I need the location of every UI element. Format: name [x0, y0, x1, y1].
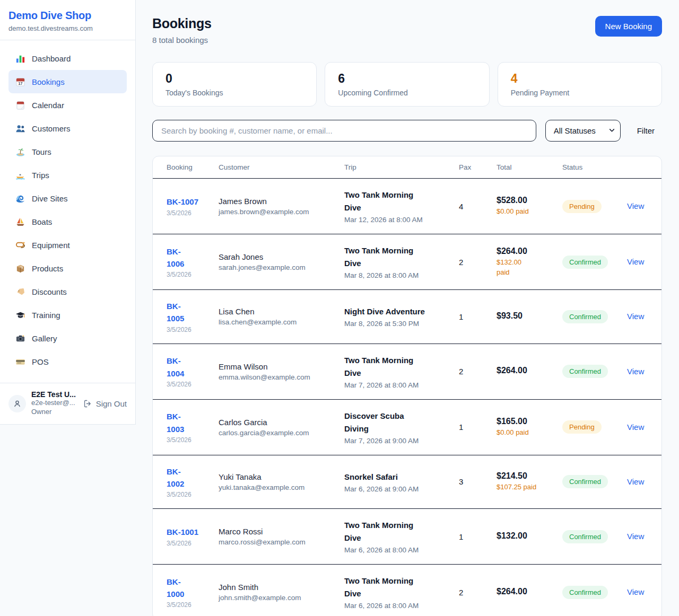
table-row: BK- 10053/5/2026 Lisa Chenlisa.chen@exam…: [153, 290, 661, 344]
sidebar-item-bookings[interactable]: 17 Bookings: [8, 70, 127, 93]
sidebar-item-label: Gallery: [32, 334, 57, 343]
total-amount: $93.50: [497, 311, 550, 321]
sidebar-item-boats[interactable]: Boats: [8, 210, 127, 233]
sidebar-item-label: Boats: [32, 217, 52, 226]
total-amount: $214.50: [497, 471, 550, 481]
sidebar-item-label: POS: [32, 357, 49, 366]
booking-id-link[interactable]: BK- 1002: [167, 465, 184, 490]
view-link[interactable]: View: [627, 587, 644, 596]
sidebar-item-calendar[interactable]: Calendar: [8, 93, 127, 117]
stat-card-pending-payment: 4 Pending Payment: [498, 62, 662, 107]
stat-card-upcoming-confirmed: 6 Upcoming Confirmed: [325, 62, 489, 107]
booking-date: 3/5/2026: [167, 491, 206, 498]
booking-date: 3/5/2026: [167, 381, 206, 388]
sidebar-item-tours[interactable]: Tours: [8, 140, 127, 163]
sidebar-item-dive-sites[interactable]: Dive Sites: [8, 187, 127, 210]
table-row: BK-10073/5/2026 James Brownjames.brown@e…: [153, 179, 661, 234]
table-row: BK- 10003/5/2026 John Smithjohn.smith@ex…: [153, 565, 661, 616]
customer-email: yuki.tanaka@example.com: [219, 483, 332, 491]
sign-out-button[interactable]: Sign Out: [83, 399, 127, 408]
new-booking-button[interactable]: New Booking: [595, 16, 662, 37]
view-link[interactable]: View: [627, 312, 644, 321]
sidebar-item-dashboard[interactable]: Dashboard: [8, 47, 127, 70]
sidebar-item-label: Dashboard: [32, 54, 71, 63]
trip-date: Mar 8, 2026 at 8:00 AM: [344, 271, 446, 279]
avatar: [8, 395, 26, 412]
booking-date: 3/5/2026: [167, 601, 206, 609]
sidebar-item-label: Trips: [32, 171, 49, 180]
stat-label: Today's Bookings: [166, 89, 303, 97]
stat-value: 6: [338, 72, 476, 86]
sidebar-item-pos[interactable]: POS: [8, 350, 127, 373]
sidebar-item-label: Customers: [32, 124, 71, 133]
stat-card-todays-bookings: 0 Today's Bookings: [152, 62, 317, 107]
customer-email: carlos.garcia@example.com: [219, 429, 332, 437]
sidebar-item-equipment[interactable]: Equipment: [8, 233, 127, 257]
booking-id-link[interactable]: BK-1007: [167, 196, 198, 208]
trip-name: Night Dive Adventure: [344, 305, 446, 318]
stat-value: 4: [511, 72, 649, 86]
table-row: BK- 10023/5/2026 Yuki Tanakayuki.tanaka@…: [153, 455, 661, 509]
booking-id-link[interactable]: BK- 1005: [167, 300, 184, 325]
brand-subdomain: demo.test.divestreams.com: [8, 24, 127, 32]
booking-date: 3/5/2026: [167, 540, 206, 547]
col-header-customer: Customer: [212, 156, 338, 179]
sidebar-item-products[interactable]: Products: [8, 257, 127, 280]
page-subtitle: 8 total bookings: [152, 36, 212, 45]
view-link[interactable]: View: [627, 477, 644, 486]
booking-id-link[interactable]: BK- 1000: [167, 576, 184, 601]
booking-id-link[interactable]: BK- 1004: [167, 355, 184, 380]
booking-id-link[interactable]: BK-1001: [167, 526, 198, 538]
sidebar: Demo Dive Shop demo.test.divestreams.com…: [0, 0, 136, 425]
status-badge: Confirmed: [562, 475, 608, 488]
view-link[interactable]: View: [627, 423, 644, 432]
sidebar-item-gallery[interactable]: Gallery: [8, 327, 127, 350]
col-header-pax: Pax: [452, 156, 490, 179]
user-name: E2E Test U...: [31, 390, 78, 399]
pax-count: 3: [452, 455, 490, 509]
sign-out-label: Sign Out: [96, 399, 127, 408]
status-badge: Confirmed: [562, 365, 608, 378]
main-content: Bookings 8 total bookings New Booking 0 …: [136, 0, 679, 616]
sidebar-item-discounts[interactable]: Discounts: [8, 280, 127, 303]
col-header-actions: [621, 156, 661, 179]
sidebar-item-training[interactable]: Training: [8, 303, 127, 327]
sidebar-user: E2E Test U... e2e-tester@... Owner Sign …: [0, 383, 135, 424]
view-link[interactable]: View: [627, 532, 644, 541]
paid-amount: $107.25 paid: [497, 482, 550, 492]
wave-icon: [15, 193, 25, 204]
total-amount: $264.00: [497, 587, 550, 596]
brand: Demo Dive Shop demo.test.divestreams.com: [0, 0, 135, 40]
pax-count: 1: [452, 509, 490, 565]
sidebar-item-customers[interactable]: Customers: [8, 117, 127, 140]
sidebar-item-trips[interactable]: Trips: [8, 163, 127, 187]
pax-count: 2: [452, 344, 490, 399]
view-link[interactable]: View: [627, 257, 644, 266]
trip-name: Two Tank Morning Dive: [344, 189, 446, 214]
table-row: BK- 10063/5/2026 Sarah Jonessarah.jones@…: [153, 234, 661, 290]
search-input[interactable]: [152, 120, 536, 142]
total-amount: $264.00: [497, 366, 550, 375]
status-badge: Confirmed: [562, 530, 608, 543]
trip-date: Mar 12, 2026 at 8:00 AM: [344, 216, 446, 224]
grad-cap-icon: [15, 310, 25, 320]
trip-name: Snorkel Safari: [344, 471, 446, 483]
filter-button[interactable]: Filter: [630, 126, 662, 135]
booking-id-link[interactable]: BK- 1006: [167, 245, 184, 270]
sidebar-nav: Dashboard 17 Bookings Calendar Customers…: [0, 40, 135, 383]
customer-email: sarah.jones@example.com: [219, 263, 332, 271]
pax-count: 2: [452, 565, 490, 616]
status-select[interactable]: All Statuses: [545, 120, 621, 142]
customer-name: Marco Rossi: [219, 527, 332, 536]
customer-email: marco.rossi@example.com: [219, 538, 332, 546]
view-link[interactable]: View: [627, 201, 644, 210]
status-badge: Confirmed: [562, 310, 608, 323]
col-header-trip: Trip: [338, 156, 452, 179]
table-header-row: Booking Customer Trip Pax Total Status: [153, 156, 661, 179]
trip-date: Mar 8, 2026 at 5:30 PM: [344, 320, 446, 328]
status-badge: Confirmed: [562, 256, 608, 269]
booking-id-link[interactable]: BK- 1003: [167, 410, 184, 435]
svg-text:17: 17: [19, 82, 23, 86]
trip-name: Two Tank Morning Dive: [344, 575, 446, 600]
view-link[interactable]: View: [627, 367, 644, 376]
